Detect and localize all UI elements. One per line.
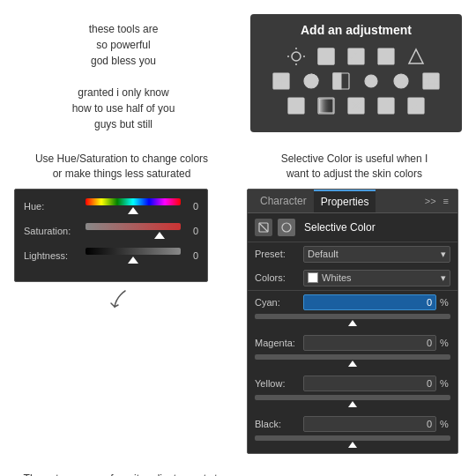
colors-dropdown-arrow: ▾ <box>441 272 446 284</box>
selective-color-label: Selective Color is useful when I want to… <box>247 152 462 182</box>
gradient-map-icon[interactable] <box>314 95 338 116</box>
adj-icon-row-2 <box>261 71 451 92</box>
svg-line-35 <box>259 223 268 232</box>
magenta-slider-row <box>248 354 457 372</box>
hue-sat-icon[interactable] <box>299 71 324 92</box>
adj-icon-row-1 <box>261 46 451 67</box>
tab-menu-icon[interactable]: ≡ <box>440 196 452 206</box>
hue-value: 0 <box>181 201 198 212</box>
invert-icon[interactable] <box>344 95 368 116</box>
magenta-slider-thumb <box>348 361 357 367</box>
svg-rect-28 <box>319 99 333 113</box>
levels-icon[interactable] <box>344 46 368 67</box>
svg-rect-5 <box>318 48 334 64</box>
color-swatch <box>308 272 318 283</box>
adjustment-icons-grid <box>261 46 451 116</box>
preset-label: Preset: <box>255 249 303 259</box>
lightness-slider-container[interactable] <box>86 248 181 264</box>
svg-rect-21 <box>423 73 439 89</box>
posterize-icon[interactable] <box>404 95 428 116</box>
yellow-label: Yellow: <box>255 378 303 389</box>
hue-sat-area: Use Hue/Saturation to change colors or m… <box>14 152 229 454</box>
bottom-section: These two are my favorite adjust- ments … <box>0 465 476 476</box>
magenta-row: Magenta: % <box>248 331 457 354</box>
svg-point-19 <box>368 78 374 84</box>
magenta-label: Magenta: <box>255 338 303 348</box>
cyan-percent: % <box>440 297 450 308</box>
cyan-row: Cyan: % <box>248 291 457 314</box>
yellow-slider-row <box>248 395 457 413</box>
bottom-left-text: These two are my favorite adjust- ments … <box>14 472 233 476</box>
preset-row: Preset: Default ▾ <box>248 242 457 266</box>
saturation-value: 0 <box>181 226 198 236</box>
sc-mask-icon[interactable] <box>255 219 272 236</box>
add-adjustment-panel: Add an adjustment <box>250 14 462 132</box>
yellow-input[interactable] <box>303 376 436 391</box>
magenta-input[interactable] <box>303 335 436 351</box>
preset-value: Default <box>308 249 338 259</box>
threshold-icon[interactable] <box>374 95 398 116</box>
tab-properties[interactable]: Properties <box>314 190 376 212</box>
yellow-percent: % <box>440 378 450 389</box>
saturation-slider-container[interactable] <box>86 223 181 239</box>
lightness-track <box>86 248 181 255</box>
saturation-thumb <box>154 232 165 239</box>
hue-label: Hue: <box>24 201 86 212</box>
brightness-icon[interactable] <box>284 46 309 67</box>
bw-icon[interactable] <box>329 71 353 92</box>
hue-thumb <box>128 207 138 214</box>
cyan-label: Cyan: <box>255 297 303 308</box>
colors-dropdown[interactable]: Whites ▾ <box>303 270 450 286</box>
hue-slider-container[interactable] <box>86 198 181 214</box>
sc-panel: Character Properties >> ≡ Se <box>247 189 458 454</box>
top-section: these tools are so powerful god bless yo… <box>0 0 476 141</box>
preset-dropdown-arrow: ▾ <box>441 249 446 260</box>
saturation-row: Saturation: 0 <box>24 223 198 239</box>
svg-point-36 <box>282 223 291 232</box>
svg-marker-11 <box>409 49 423 63</box>
vibrance-icon[interactable] <box>389 71 413 92</box>
exposure-icon[interactable] <box>374 46 398 67</box>
arrow-down-left-icon <box>108 287 136 319</box>
channel-mixer-icon[interactable] <box>269 71 294 92</box>
cyan-input[interactable] <box>303 294 436 310</box>
sc-icon-bar: Selective Color <box>248 213 457 242</box>
lightness-thumb <box>128 257 138 264</box>
curves-icon[interactable] <box>314 46 338 67</box>
sc-panel-title: Selective Color <box>304 221 376 234</box>
yellow-slider-thumb <box>348 401 357 407</box>
gradient-icon[interactable] <box>404 46 428 67</box>
tab-character[interactable]: Character <box>253 190 314 212</box>
magenta-slider-track[interactable] <box>255 354 450 360</box>
yellow-slider-track[interactable] <box>255 395 450 400</box>
svg-point-0 <box>292 52 301 61</box>
cyan-slider-track[interactable] <box>255 314 450 319</box>
sc-circle-icon[interactable] <box>278 219 295 236</box>
black-slider-track[interactable] <box>255 435 450 441</box>
hue-row: Hue: 0 <box>24 198 198 214</box>
black-label: Black: <box>255 419 303 429</box>
black-input[interactable] <box>303 416 436 432</box>
add-adjustment-title: Add an adjustment <box>261 23 451 37</box>
black-percent: % <box>440 419 450 429</box>
cyan-slider-thumb <box>348 320 357 326</box>
selective-color-icon[interactable] <box>284 95 309 116</box>
saturation-track <box>86 223 181 230</box>
svg-rect-17 <box>333 73 341 89</box>
preset-dropdown[interactable]: Default ▾ <box>303 246 450 263</box>
svg-rect-7 <box>350 58 353 63</box>
yellow-row: Yellow: % <box>248 372 457 395</box>
black-slider-thumb <box>348 442 357 448</box>
tab-chevron[interactable]: >> <box>421 196 440 206</box>
colors-value: Whites <box>322 272 352 283</box>
black-row: Black: % <box>248 413 457 435</box>
hue-sat-label: Use Hue/Saturation to change colors or m… <box>14 152 229 182</box>
camera-raw-icon[interactable] <box>359 71 383 92</box>
svg-rect-8 <box>354 54 357 63</box>
selective-color-area: Selective Color is useful when I want to… <box>247 152 462 454</box>
mosaic-icon[interactable] <box>419 71 443 92</box>
adj-icon-row-3 <box>261 95 451 116</box>
saturation-label: Saturation: <box>24 226 86 236</box>
svg-rect-26 <box>288 98 304 114</box>
lightness-row: Lightness: 0 <box>24 248 198 264</box>
